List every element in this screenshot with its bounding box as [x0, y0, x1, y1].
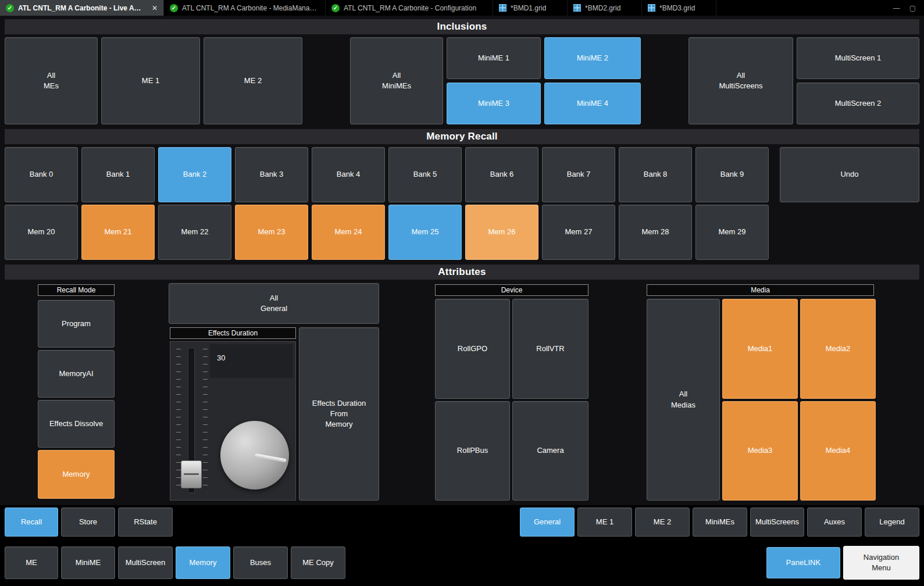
memoryai-button[interactable]: MemoryAI — [38, 350, 115, 398]
multiscreens-tab-button[interactable]: MultiScreens — [750, 508, 804, 537]
tab-mediamanager[interactable]: ✓ ATL CNTL_RM A Carbonite - MediaManager — [164, 0, 326, 16]
minime-3-button[interactable]: MiniME 3 — [447, 83, 541, 124]
mem-27-button[interactable]: Mem 27 — [542, 205, 615, 260]
program-button[interactable]: Program — [38, 300, 115, 348]
bank-4-button[interactable]: Bank 4 — [312, 147, 385, 202]
status-ok-icon: ✓ — [170, 4, 178, 12]
mem-23-button[interactable]: Mem 23 — [235, 205, 308, 260]
grid-file-icon — [499, 4, 506, 12]
me-copy-nav-button[interactable]: ME Copy — [291, 546, 345, 579]
mem-26-button[interactable]: Mem 26 — [465, 205, 538, 260]
panelink-button[interactable]: PaneLINK — [766, 547, 840, 578]
bank-8-button[interactable]: Bank 8 — [619, 147, 692, 202]
tab-bmd2-grid[interactable]: *BMD2.grid — [568, 0, 642, 16]
minimes-tab-button[interactable]: MiniMEs — [693, 508, 747, 537]
store-button[interactable]: Store — [61, 508, 115, 537]
rollvtr-button[interactable]: RollVTR — [512, 299, 588, 399]
memory-function-bar: Recall Store RState General ME 1 ME 2 Mi… — [5, 508, 919, 537]
knob-pointer — [254, 453, 286, 462]
bank-9-button[interactable]: Bank 9 — [695, 147, 769, 202]
mem-25-button[interactable]: Mem 25 — [388, 205, 462, 260]
rollgpo-button[interactable]: RollGPO — [435, 299, 510, 399]
bank-7-button[interactable]: Bank 7 — [542, 147, 615, 202]
mem-21-button[interactable]: Mem 21 — [81, 205, 155, 260]
memory-nav-button[interactable]: Memory — [176, 546, 230, 579]
minime-nav-button[interactable]: MiniME — [61, 546, 115, 579]
all-mes-button[interactable]: All MEs — [5, 37, 98, 124]
navigation-menu-button[interactable]: Navigation Menu — [843, 546, 919, 580]
bank-1-button[interactable]: Bank 1 — [81, 147, 155, 202]
effects-duration-from-memory-button[interactable]: Effects Duration From Memory — [299, 327, 379, 501]
recall-mode-label: Recall Mode — [38, 284, 115, 296]
inclusions-row: All MEs ME 1 ME 2 All MiniMEs MiniME 1 M… — [5, 37, 919, 124]
status-ok-icon: ✓ — [6, 4, 14, 12]
tab-bmd3-grid[interactable]: *BMD3.grid — [642, 0, 716, 16]
maximize-icon[interactable]: ▢ — [909, 4, 916, 12]
legend-button[interactable]: Legend — [865, 508, 919, 537]
all-minimes-button[interactable]: All MiniMEs — [350, 37, 443, 124]
all-multiscreens-button[interactable]: All MultiScreens — [688, 37, 793, 124]
buses-nav-button[interactable]: Buses — [233, 546, 288, 579]
memory-recall-header: Memory Recall — [5, 129, 919, 144]
me-2-button[interactable]: ME 2 — [204, 37, 302, 124]
rollpbus-button[interactable]: RollPBus — [435, 401, 510, 501]
inclusions-header: Inclusions — [5, 19, 919, 34]
media-label: Media — [647, 284, 874, 296]
effects-duration-knob[interactable] — [220, 421, 289, 489]
multiscreen-nav-button[interactable]: MultiScreen — [118, 546, 173, 579]
memory-mode-button[interactable]: Memory — [38, 450, 115, 499]
recall-button[interactable]: Recall — [5, 508, 58, 537]
auxes-tab-button[interactable]: Auxes — [807, 508, 862, 537]
me-nav-button[interactable]: ME — [5, 546, 58, 579]
undo-button[interactable]: Undo — [780, 147, 919, 202]
mem-24-button[interactable]: Mem 24 — [312, 205, 385, 260]
device-label: Device — [435, 284, 588, 296]
media1-button[interactable]: Media1 — [722, 299, 798, 399]
mem-28-button[interactable]: Mem 28 — [619, 205, 692, 260]
me-1-button[interactable]: ME 1 — [101, 37, 200, 124]
bank-2-button[interactable]: Bank 2 — [158, 147, 231, 202]
tab-configuration[interactable]: ✓ ATL CNTL_RM A Carbonite - Configuratio… — [326, 0, 493, 16]
tab-live-assist[interactable]: ✓ ATL CNTL_RM A Carbonite - Live Assist … — [0, 0, 164, 16]
bank-3-button[interactable]: Bank 3 — [235, 147, 308, 202]
minime-1-button[interactable]: MiniME 1 — [447, 37, 541, 79]
effects-duration-label: Effects Duration — [170, 327, 296, 339]
me-2-tab-button[interactable]: ME 2 — [635, 508, 690, 537]
mem-29-button[interactable]: Mem 29 — [695, 205, 769, 260]
attributes-header: Attributes — [5, 265, 919, 280]
multiscreen-1-button[interactable]: MultiScreen 1 — [797, 37, 919, 79]
tab-bmd3-label: *BMD3.grid — [659, 4, 695, 12]
bank-5-button[interactable]: Bank 5 — [388, 147, 462, 202]
status-ok-icon: ✓ — [331, 4, 340, 12]
rstate-button[interactable]: RState — [118, 508, 173, 537]
effects-dissolve-button[interactable]: Effects Dissolve — [38, 400, 115, 448]
bank-6-button[interactable]: Bank 6 — [465, 147, 538, 202]
bank-row: Bank 0 Bank 1 Bank 2 Bank 3 Bank 4 Bank … — [5, 147, 919, 202]
minime-4-button[interactable]: MiniME 4 — [544, 83, 641, 124]
effects-duration-slider[interactable] — [175, 346, 211, 495]
slider-handle[interactable] — [181, 460, 202, 488]
camera-button[interactable]: Camera — [512, 401, 588, 501]
tab-close-icon[interactable]: ✕ — [148, 4, 158, 12]
multiscreen-2-button[interactable]: MultiScreen 2 — [797, 83, 919, 124]
slider-ticks-left — [176, 349, 181, 488]
slider-handle-grip — [184, 473, 199, 475]
media3-button[interactable]: Media3 — [722, 401, 798, 501]
tab-configuration-label: ATL CNTL_RM A Carbonite - Configuration — [344, 4, 476, 12]
attributes-panel: Recall Mode Program MemoryAI Effects Dis… — [0, 280, 924, 505]
effects-duration-value: 30 — [210, 344, 293, 378]
mem-22-button[interactable]: Mem 22 — [158, 205, 231, 260]
minimize-icon[interactable]: — — [893, 4, 900, 12]
media2-button[interactable]: Media2 — [800, 299, 876, 399]
all-general-button[interactable]: All General — [169, 283, 379, 324]
general-tab-button[interactable]: General — [520, 508, 575, 537]
media4-button[interactable]: Media4 — [800, 401, 876, 501]
bank-0-button[interactable]: Bank 0 — [5, 147, 78, 202]
minime-2-button[interactable]: MiniME 2 — [544, 37, 641, 79]
mem-20-button[interactable]: Mem 20 — [5, 205, 78, 260]
tab-bar: ✓ ATL CNTL_RM A Carbonite - Live Assist … — [0, 0, 924, 16]
tab-bmd2-label: *BMD2.grid — [585, 4, 620, 12]
tab-bmd1-grid[interactable]: *BMD1.grid — [493, 0, 568, 16]
all-medias-button[interactable]: All Medias — [647, 299, 720, 501]
me-1-tab-button[interactable]: ME 1 — [577, 508, 632, 537]
